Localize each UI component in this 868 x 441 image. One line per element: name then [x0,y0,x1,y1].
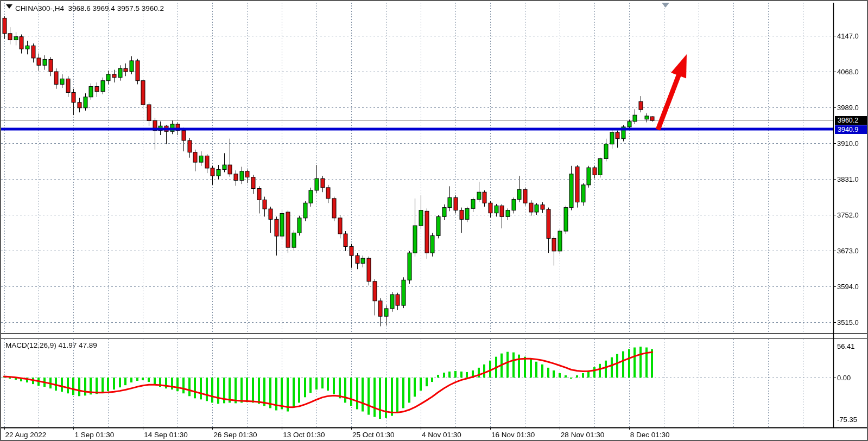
chart-canvas[interactable] [1,1,868,441]
chart-window: CHINA300-,H4 3968.6 3969.4 3957.5 3960.2… [0,0,868,441]
symbol-dropdown-arrow-icon[interactable] [6,4,12,9]
